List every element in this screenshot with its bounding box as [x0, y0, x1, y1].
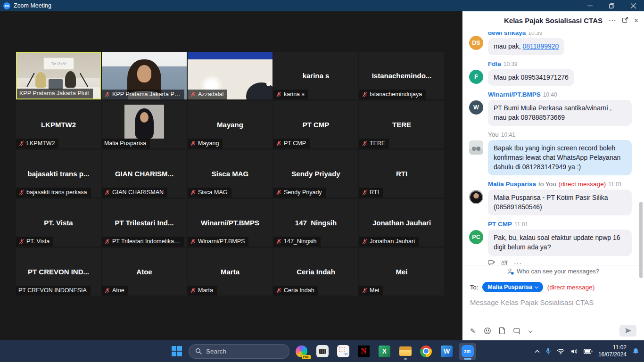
participant-tile[interactable]: PT Trilestari Ind...PT Trilestari Indome… [102, 199, 187, 247]
chat-scrollbar[interactable] [639, 202, 643, 278]
netflix-taskbar-button[interactable]: N [355, 343, 372, 360]
participant-label: PT CMP [273, 139, 310, 148]
close-button[interactable] [622, 0, 644, 11]
taskbar-clock[interactable]: 11:02 16/07/2024 [598, 344, 627, 358]
message-sender[interactable]: Malia Pusparisa [488, 181, 536, 188]
message-sender[interactable]: You [488, 131, 499, 138]
participant-label: Marta [188, 286, 217, 296]
participant-label: Mayang [188, 139, 223, 148]
participant-tile[interactable]: Istanachemindo...Istanachemindojaya [359, 52, 444, 99]
participant-tile[interactable]: Winarni/PT.BMPSWinarni/PT.BMPS [188, 199, 272, 247]
recipient-selector[interactable]: Malia Pusparisa [482, 282, 543, 292]
participant-photo [124, 105, 164, 139]
screenshot-icon[interactable] [513, 328, 521, 334]
file-explorer-taskbar-button[interactable] [396, 343, 414, 360]
participant-label-text: GIAN CHARISMAN [112, 188, 164, 197]
participant-tile[interactable]: Malia Pusparisa [102, 101, 187, 148]
participant-tile[interactable]: RTIRTI [359, 150, 444, 197]
wifi-icon[interactable] [557, 348, 565, 354]
more-icon[interactable]: ··· [514, 261, 522, 265]
close-chat-icon[interactable]: × [634, 17, 638, 25]
format-text-icon[interactable]: ✎ [470, 327, 476, 335]
participant-label-text: KPP Pratama Jakarta Pluit [112, 90, 181, 99]
participant-tile[interactable]: Ceria IndahCeria Indah [273, 248, 358, 296]
chat-panel: Kelas Pajak Sosialisasi CTAS ⋯ × DSdewi … [462, 11, 644, 340]
message-header: PT CMP11:01 [488, 221, 637, 228]
search-icon [195, 348, 202, 354]
avatar: DS [469, 36, 483, 50]
chevron-up-icon[interactable] [535, 350, 540, 353]
add-reaction-icon[interactable] [501, 260, 508, 265]
participant-tile[interactable]: PT CREVON IND...PT CREVON INDONESIA [16, 248, 101, 296]
network-taskbar-button[interactable] [314, 343, 331, 360]
participant-tile[interactable]: KPP Pratama Jakarta Pluit [102, 52, 187, 99]
participant-tile[interactable]: 147_Ningsih147_Ningsih [273, 199, 358, 247]
message-header: Malia Pusparisato You(direct message)11:… [488, 181, 637, 188]
participant-tile[interactable]: PT. VistaPT. Vista [16, 199, 101, 247]
participant-label: Jonathan Jauhari [359, 237, 419, 247]
participant-tile[interactable]: TERETERE [359, 101, 444, 148]
file-icon[interactable] [499, 327, 505, 334]
minimize-button[interactable] [579, 0, 601, 11]
participant-tile[interactable]: karina skarina s [273, 52, 358, 99]
participant-tile[interactable]: LKPMTW2LKPMTW2 [16, 101, 101, 148]
message-sender[interactable]: PT CMP [488, 221, 512, 228]
participant-label-text: Istanachemindojaya [370, 90, 422, 99]
battery-icon[interactable] [584, 349, 593, 354]
participant-label-text: RTI [370, 188, 379, 197]
notification-bell-icon[interactable] [632, 348, 639, 355]
microphone-icon[interactable] [545, 347, 551, 355]
zoom-logo-icon: zm [3, 2, 10, 9]
message-sender[interactable]: Winarni/PT.BMPS [488, 91, 541, 98]
running-indicator [464, 358, 471, 360]
participant-label: Sendy Priyady [273, 188, 326, 197]
message-sender[interactable]: Fdla [488, 60, 501, 67]
to-row: To: Malia Pusparisa (direct message) [470, 282, 636, 292]
muted-mic-icon [190, 189, 196, 196]
word-taskbar-button[interactable]: W [438, 343, 455, 360]
chat-title: Kelas Pajak Sosialisasi CTAS [504, 16, 603, 25]
send-button[interactable] [619, 325, 636, 337]
message-bubble: mau pak, 0811899920 [488, 38, 564, 55]
copilot-taskbar-button[interactable]: PRE [293, 343, 310, 360]
zoom-taskbar-button[interactable]: zm [459, 343, 476, 360]
privacy-note[interactable]: Who can see your messages? [462, 265, 644, 277]
participant-label-text: PT CMP [284, 139, 306, 148]
participant-tile[interactable]: MeiMei [359, 248, 444, 296]
muted-mic-icon [362, 189, 368, 196]
message-time: 11:01 [514, 221, 528, 228]
more-options-icon[interactable]: ⋯ [609, 17, 616, 25]
message-header: Winarni/PT.BMPS10:40 [488, 91, 637, 98]
participant-tile[interactable]: AtoeAtoe [102, 248, 187, 296]
participant-tile[interactable]: Sisca MAGSisca MAG [188, 150, 272, 197]
muted-mic-icon [276, 189, 282, 196]
participant-label: Istanachemindojaya [359, 90, 426, 99]
volume-icon[interactable] [570, 348, 578, 354]
participant-tile[interactable]: Sendy PriyadySendy Priyady [273, 150, 358, 197]
participant-tile[interactable]: bajasakti trans p...bajasakti trans perk… [16, 150, 101, 197]
who-can-see-icon [507, 268, 514, 275]
participant-tile[interactable]: GIAN CHARISM...GIAN CHARISMAN [102, 150, 187, 197]
participant-tile[interactable]: PT CMPPT CMP [273, 101, 358, 148]
emoji-icon[interactable] [484, 327, 491, 335]
zoom-meeting-window: zm Zoom Meeting Tax On AirKPP Pratama Ja… [0, 0, 644, 362]
snipping-tool-taskbar-button[interactable]: ✂ [334, 343, 352, 360]
restore-button[interactable] [601, 0, 622, 11]
participant-tile[interactable]: Jonathan JauhariJonathan Jauhari [359, 199, 444, 247]
pop-out-icon[interactable] [622, 16, 628, 25]
start-button[interactable] [168, 343, 185, 360]
participant-tile[interactable]: Tax On AirKPP Pratama Jakarta Pluit [16, 52, 101, 99]
participant-tile[interactable]: MartaMarta [188, 248, 272, 296]
participant-tile[interactable]: Azzadalal [188, 52, 272, 99]
phone-link[interactable]: 0811899920 [522, 42, 559, 50]
reply-icon[interactable] [488, 260, 495, 265]
chrome-taskbar-button[interactable] [417, 343, 435, 360]
message-input[interactable]: Message Kelas Pajak Sosialisasi CTAS [470, 298, 636, 325]
message-sender[interactable]: dewi srikaya [488, 32, 526, 36]
participant-tile[interactable]: MayangMayang [188, 101, 272, 148]
compose-toolbar: ✎ [470, 325, 636, 337]
taskbar-search[interactable]: Search [189, 344, 289, 359]
excel-taskbar-button[interactable]: X [376, 343, 393, 360]
excel-icon: X [379, 346, 390, 357]
more-templates-icon[interactable] [529, 329, 532, 332]
